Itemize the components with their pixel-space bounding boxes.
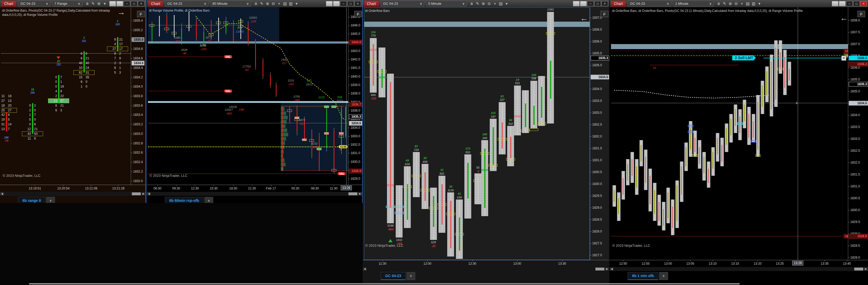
chart-menu-button[interactable]: Chart — [611, 1, 626, 7]
scroll-thumb[interactable] — [132, 192, 141, 195]
interval-select[interactable]: 1 Minute∨ — [673, 1, 714, 7]
close-button[interactable]: × — [601, 1, 608, 6]
price-axis[interactable]: 1835.41835.21835.01834.81834.61834.41834… — [131, 7, 145, 185]
scroll-right-button[interactable]: ▶ — [358, 192, 362, 195]
scroll-left-button[interactable]: ◀ — [610, 267, 614, 271]
scroll-latest-arrow-icon[interactable]: ← — [840, 15, 848, 21]
horizontal-scrollbar[interactable]: ◀▶ — [0, 192, 146, 196]
interval-select[interactable]: 5 Minute∨ — [426, 1, 467, 7]
chart-plot-area[interactable]: VALVAL4148VAL10091-129374139285389-27732… — [148, 7, 348, 185]
minimize-button[interactable]: – — [587, 1, 594, 6]
candlestick-chart-icon[interactable]: ılı — [84, 1, 90, 6]
time-axis[interactable]: 06:3009:3012:3015:3018:3021:30Feb 1705:3… — [147, 185, 362, 192]
dropdown-more-icon[interactable]: ▾ — [756, 1, 762, 6]
price-axis[interactable]: 1838.01837.51837.01836.51836.01835.51835… — [848, 7, 868, 260]
scroll-right-button[interactable]: ▶ — [864, 267, 868, 271]
add-tab-button[interactable]: + — [205, 197, 213, 203]
time-axis[interactable]: 11:3012:0012:3013:0013:30 — [363, 260, 609, 267]
chart-plot-area[interactable]: 1836.71836.51828.9S12 Sell LMT×+← — [611, 7, 848, 260]
drawing-tools-icon[interactable]: ✎ — [258, 1, 265, 6]
instrument-select[interactable]: GC 04-23∨ — [381, 1, 424, 7]
panel-button-1[interactable] — [832, 1, 838, 6]
cancel-order-button[interactable]: × — [841, 56, 846, 61]
zoom-in-icon[interactable]: ⊕ — [480, 1, 486, 6]
dropdown-more-icon[interactable]: ▾ — [503, 1, 509, 6]
scroll-left-button[interactable]: ◀ — [147, 192, 151, 195]
chart-menu-button[interactable]: Chart — [364, 1, 379, 7]
data-box-icon[interactable]: ▤ — [745, 1, 750, 6]
horizontal-scrollbar[interactable]: ◀▶ — [610, 267, 868, 271]
sell-limit-order-label[interactable]: 2 Sell LMT — [732, 55, 756, 61]
add-tab-button[interactable]: + — [46, 197, 55, 203]
candlestick-chart-icon[interactable]: ılı — [716, 1, 721, 6]
focus-button[interactable]: F — [858, 11, 865, 17]
data-box-icon[interactable]: ▤ — [282, 1, 288, 6]
crosshair-icon[interactable]: ⌖ — [276, 1, 282, 6]
chart-menu-button[interactable]: Chart — [1, 1, 17, 7]
zoom-in-icon[interactable]: ⊕ — [96, 1, 102, 6]
focus-button[interactable]: F — [601, 11, 608, 17]
chart-trader-icon[interactable]: ▥ — [750, 1, 756, 6]
scroll-latest-arrow-icon[interactable]: → — [117, 9, 125, 15]
zoom-in-icon[interactable]: ⊕ — [265, 1, 270, 6]
focus-button[interactable]: F — [354, 11, 362, 17]
zoom-out-icon[interactable]: ⊖ — [270, 1, 276, 6]
horizontal-scrollbar[interactable]: ◀▶ — [147, 192, 362, 196]
focus-button[interactable]: F — [137, 11, 145, 17]
close-button[interactable]: × — [354, 1, 361, 6]
maximize-button[interactable]: □ — [347, 1, 354, 6]
drawing-tools-icon[interactable]: ✎ — [721, 1, 727, 6]
chart-tab[interactable]: 6b range 8 — [18, 197, 45, 203]
drawing-tools-icon[interactable]: ✎ — [474, 1, 480, 6]
time-axis[interactable]: 12:5012:5513:0013:0513:1013:1513:2013:25… — [610, 260, 868, 267]
panel-button-2[interactable] — [333, 1, 340, 6]
scroll-right-button[interactable]: ▶ — [605, 267, 609, 271]
scroll-right-button[interactable]: ▶ — [142, 192, 145, 195]
minimize-button[interactable]: – — [340, 1, 347, 6]
chart-tab[interactable]: GC 04-23 — [381, 272, 406, 280]
horizontal-scrollbar[interactable]: ◀▶ — [363, 267, 609, 271]
crosshair-icon[interactable]: ⌖ — [739, 1, 745, 6]
drawing-tools-icon[interactable]: ✎ — [90, 1, 96, 6]
instrument-select[interactable]: GC 04-23∨ — [165, 1, 209, 7]
scroll-latest-arrow-icon[interactable]: ← — [580, 15, 588, 21]
interval-select[interactable]: 7 Range∨ — [52, 1, 83, 7]
panel-button-2[interactable] — [580, 1, 587, 6]
minimize-button[interactable]: – — [846, 1, 853, 6]
panel-button-2[interactable] — [839, 1, 845, 6]
price-axis[interactable]: 1837.01836.51836.01835.51835.01834.51834… — [590, 7, 609, 260]
dropdown-more-icon[interactable]: ▾ — [293, 1, 299, 6]
close-button[interactable]: × — [138, 1, 145, 6]
maximize-button[interactable]: □ — [131, 1, 137, 6]
scroll-left-button[interactable]: ◀ — [363, 267, 367, 271]
crosshair-icon[interactable]: ⌖ — [492, 1, 498, 6]
scroll-left-button[interactable]: ◀ — [0, 192, 4, 195]
zoom-in-icon[interactable]: ⊕ — [727, 1, 733, 6]
panel-button-1[interactable] — [110, 1, 116, 6]
add-tab-button[interactable]: + — [406, 272, 415, 280]
data-box-icon[interactable]: ▤ — [498, 1, 503, 6]
scroll-thumb[interactable] — [348, 192, 358, 195]
panel-button-1[interactable] — [573, 1, 580, 6]
dropdown-more-icon[interactable]: ▾ — [102, 1, 107, 6]
maximize-button[interactable]: □ — [853, 1, 860, 6]
scroll-thumb[interactable] — [854, 268, 863, 271]
time-axis[interactable]: 13:19:5113:20:5413:21:0613:21:26 — [0, 185, 146, 192]
candlestick-chart-icon[interactable]: ılı — [253, 1, 258, 6]
instrument-select[interactable]: GC 04-23∨ — [18, 1, 50, 7]
interval-select[interactable]: 60 Minute∨ — [210, 1, 251, 7]
chart-panel-icon[interactable]: ▥ — [288, 1, 293, 6]
scroll-thumb[interactable] — [595, 268, 604, 271]
chart-menu-button[interactable]: Chart — [148, 1, 163, 7]
maximize-button[interactable]: □ — [594, 1, 601, 6]
zoom-out-icon[interactable]: ⊖ — [486, 1, 492, 6]
chart-tab[interactable]: 6b 60min rvp-ofb — [165, 197, 204, 203]
price-axis[interactable]: 1847.01846.01845.01844.01843.01842.01841… — [348, 7, 363, 185]
chart-tab[interactable]: 6b 1 min ofb — [628, 272, 658, 280]
zoom-out-icon[interactable]: ⊖ — [733, 1, 739, 6]
panel-button-2[interactable] — [117, 1, 123, 6]
chart-plot-area[interactable]: 116770665-1333198-4641411-15549639817293… — [364, 7, 590, 260]
close-button[interactable]: × — [860, 1, 867, 6]
candlestick-chart-icon[interactable]: ılı — [469, 1, 474, 6]
instrument-select[interactable]: GC 04-23∨ — [628, 1, 671, 7]
